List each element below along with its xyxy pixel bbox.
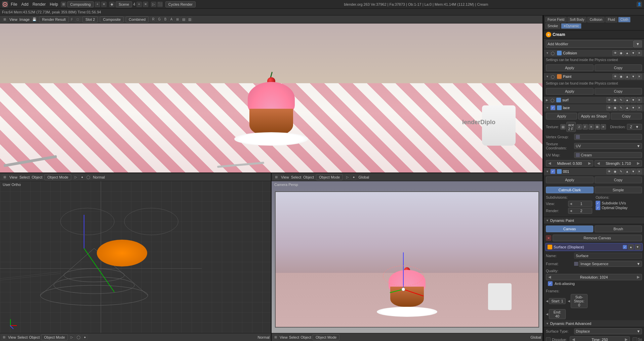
lace-copy-btn[interactable]: Copy: [611, 113, 642, 119]
help-menu[interactable]: Help: [50, 2, 58, 7]
add-menu[interactable]: Add: [21, 2, 28, 7]
soft-body-btn[interactable]: Soft Body: [567, 17, 587, 22]
substeps-value[interactable]: Sub-Steps: 0: [571, 294, 588, 308]
global-r[interactable]: Global: [358, 175, 369, 179]
vp-mode-r[interactable]: Object Mode: [313, 334, 339, 340]
engine-select[interactable]: Cycles Render: [165, 1, 196, 7]
dynamic-btn[interactable]: ✕Dynamic: [561, 23, 581, 29]
global-bottom[interactable]: Global: [530, 335, 541, 339]
subdiv-down[interactable]: ▼: [631, 169, 636, 174]
vp-icon-3[interactable]: ●: [82, 335, 87, 340]
dissolve-toggle[interactable]: [546, 337, 551, 341]
lace-check[interactable]: ✓: [550, 105, 556, 110]
vp-btn7[interactable]: ▥: [187, 17, 192, 22]
paint-render[interactable]: ◉: [618, 74, 624, 79]
col-eye[interactable]: 👁: [612, 50, 618, 56]
vp-r-btn2[interactable]: ●: [351, 175, 356, 180]
scene-close[interactable]: ✕: [143, 2, 148, 7]
subdiv-copy-btn[interactable]: Copy: [595, 177, 642, 183]
smoke-btn[interactable]: Smoke: [545, 23, 560, 29]
fluid-btn[interactable]: Fluid: [605, 17, 617, 22]
surf-up[interactable]: ▲: [625, 97, 630, 103]
combined-label[interactable]: Combined: [126, 16, 149, 22]
paint-eye[interactable]: 👁: [612, 74, 618, 79]
collision-apply-btn[interactable]: Apply: [546, 64, 594, 71]
surf-eye[interactable]: 👁: [606, 97, 612, 103]
scene-add[interactable]: +: [136, 2, 142, 7]
vp-btn2[interactable]: G: [157, 17, 162, 22]
resolution-field[interactable]: ◀ Resolution: 1024 ▶: [546, 274, 642, 280]
vp-l-btn2[interactable]: ●: [79, 175, 85, 180]
surf-edit[interactable]: ✎: [618, 97, 624, 103]
render-field[interactable]: ◀ 2: [568, 208, 592, 214]
mode-add[interactable]: +: [95, 2, 100, 7]
antialiasing-cb[interactable]: ✓: [548, 281, 553, 286]
view-r[interactable]: View: [281, 175, 289, 179]
optimal-cb[interactable]: ✓: [596, 205, 600, 210]
3d-content-left[interactable]: [0, 181, 271, 341]
obj-mode-r[interactable]: Object Mode: [316, 174, 343, 180]
lace-edit[interactable]: ✎: [618, 105, 624, 110]
vp-icon-2[interactable]: ◯: [76, 335, 81, 340]
collision-btn[interactable]: Collision: [587, 17, 605, 22]
render-btn2[interactable]: ⬛: [157, 2, 163, 7]
vp-icon-l[interactable]: ⊞: [2, 175, 7, 180]
object-l[interactable]: Object: [32, 175, 42, 179]
surf-render[interactable]: ◉: [612, 97, 618, 103]
mode-selector[interactable]: Compositing: [67, 1, 94, 7]
lace-eye[interactable]: 👁: [606, 105, 612, 110]
vp-btn6[interactable]: ▤: [181, 17, 186, 22]
name-value[interactable]: Surface: [574, 253, 642, 259]
dir-dropdown[interactable]: Z ▼: [627, 124, 642, 130]
so-toggle-cb[interactable]: [633, 337, 637, 341]
collision-modifier-header[interactable]: ▼ ◯ Collision 👁 ◉ ▲ ▼ ✕: [544, 49, 644, 57]
tc-dropdown[interactable]: UV ▼: [574, 143, 642, 149]
surface-down[interactable]: ▼: [635, 244, 640, 250]
add-modifier-btn[interactable]: Add Modifier: [546, 40, 634, 48]
vp-mode-l[interactable]: Object Mode: [41, 334, 68, 340]
paint-up[interactable]: ▲: [625, 74, 630, 79]
vp-sel-r[interactable]: Select: [289, 335, 299, 339]
lace-apply-btn[interactable]: Apply: [546, 113, 577, 119]
add-modifier-dropdown[interactable]: ▼: [634, 40, 642, 48]
canvas-tab[interactable]: Canvas: [546, 226, 593, 232]
catmull-tab[interactable]: Catmull-Clark: [546, 187, 594, 193]
tex-btn-f[interactable]: F: [582, 124, 588, 130]
vp-bb-r1[interactable]: ⊞: [273, 335, 278, 340]
compositor-label[interactable]: Composite: [100, 16, 124, 22]
vp-icon-1[interactable]: ▷: [69, 335, 75, 340]
lace-as-shape-btn[interactable]: Apply as Shape: [578, 113, 609, 119]
subdiv-uvs-cb[interactable]: ✓: [596, 201, 600, 205]
save-icon[interactable]: 💾: [32, 17, 37, 22]
surface-row[interactable]: Surface (Displace) ✓ ▲ ▼: [545, 243, 643, 251]
surf-down[interactable]: ▼: [631, 97, 636, 103]
remove-canvas-btn[interactable]: Remove Canvas: [553, 235, 642, 241]
paint-down[interactable]: ▼: [631, 74, 636, 79]
obj-mode-l[interactable]: Object Mode: [44, 174, 71, 180]
surface-check[interactable]: ✓: [623, 245, 627, 249]
vg-field[interactable]: [574, 134, 642, 140]
subdiv-apply-btn[interactable]: Apply: [546, 177, 594, 183]
subdiv-up[interactable]: ▲: [625, 169, 630, 174]
subdiv-check[interactable]: ✓: [550, 169, 556, 174]
vp-btn4[interactable]: A: [169, 17, 174, 22]
vp-icon[interactable]: ⊞: [2, 17, 7, 22]
surf-close[interactable]: ✕: [637, 97, 642, 103]
layout-icon[interactable]: ⊞: [61, 2, 66, 7]
view-field[interactable]: ◀ 1: [568, 201, 592, 207]
subdiv-edit[interactable]: ✎: [618, 169, 624, 174]
render-btn1[interactable]: ▷: [151, 2, 156, 7]
select-r[interactable]: Select: [291, 175, 301, 179]
scene-name[interactable]: Scene: [116, 1, 132, 7]
slot-selector[interactable]: Slot 2: [82, 16, 98, 22]
paint-apply-btn[interactable]: Apply: [546, 88, 594, 95]
vp-btn5[interactable]: ⊞: [175, 17, 180, 22]
mode-close[interactable]: ✕: [101, 2, 107, 7]
paint-modifier-header[interactable]: ▼ ◯ Paint 👁 ◉ ▲ ▼ ✕: [544, 73, 644, 80]
dynamic-paint-header[interactable]: ▼ Dynamic Paint: [544, 217, 644, 224]
surface-up[interactable]: ▲: [628, 244, 634, 250]
vp-l-btn3[interactable]: ◯: [85, 175, 91, 180]
simple-tab[interactable]: Simple: [595, 187, 642, 193]
surf-modifier-header[interactable]: ▶ ◯ surf 👁 ◉ ✎ ▲ ▼ ✕: [544, 96, 644, 104]
col-render[interactable]: ◉: [618, 50, 624, 56]
